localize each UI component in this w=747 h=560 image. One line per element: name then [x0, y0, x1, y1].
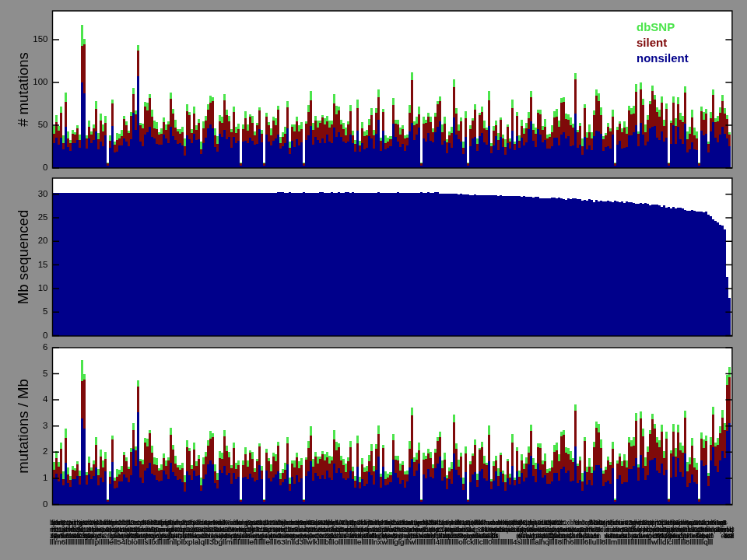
- svg-text:dbSNP: dbSNP: [637, 20, 675, 33]
- svg-text:# mutations: # mutations: [15, 52, 31, 127]
- svg-text:150: 150: [33, 34, 47, 44]
- svg-text:50: 50: [38, 120, 48, 129]
- svg-text:0: 0: [43, 499, 47, 509]
- svg-text:100: 100: [33, 77, 47, 86]
- svg-text:mutations / Mb: mutations / Mb: [15, 379, 31, 473]
- svg-text:lllm6lllllllllllllllllplllllle: lllm6lllllllllllllllllpllllllell54lbloll…: [50, 538, 732, 546]
- svg-text:3: 3: [43, 421, 47, 430]
- svg-text:30: 30: [38, 189, 48, 198]
- svg-text:4: 4: [43, 394, 48, 404]
- svg-text:20: 20: [38, 236, 48, 245]
- svg-text:5: 5: [43, 369, 47, 378]
- svg-text:5: 5: [43, 306, 47, 316]
- svg-text:10: 10: [38, 283, 48, 292]
- svg-text:Mb sequenced: Mb sequenced: [15, 210, 31, 304]
- svg-text:silent: silent: [637, 36, 667, 49]
- svg-text:15: 15: [38, 260, 48, 269]
- svg-text:0: 0: [43, 163, 47, 172]
- svg-text:1: 1: [43, 473, 47, 482]
- svg-text:2: 2: [43, 446, 47, 456]
- svg-text:0: 0: [43, 331, 47, 340]
- svg-text:25: 25: [38, 212, 48, 222]
- svg-text:nonsilent: nonsilent: [637, 51, 689, 65]
- svg-text:6: 6: [43, 342, 47, 352]
